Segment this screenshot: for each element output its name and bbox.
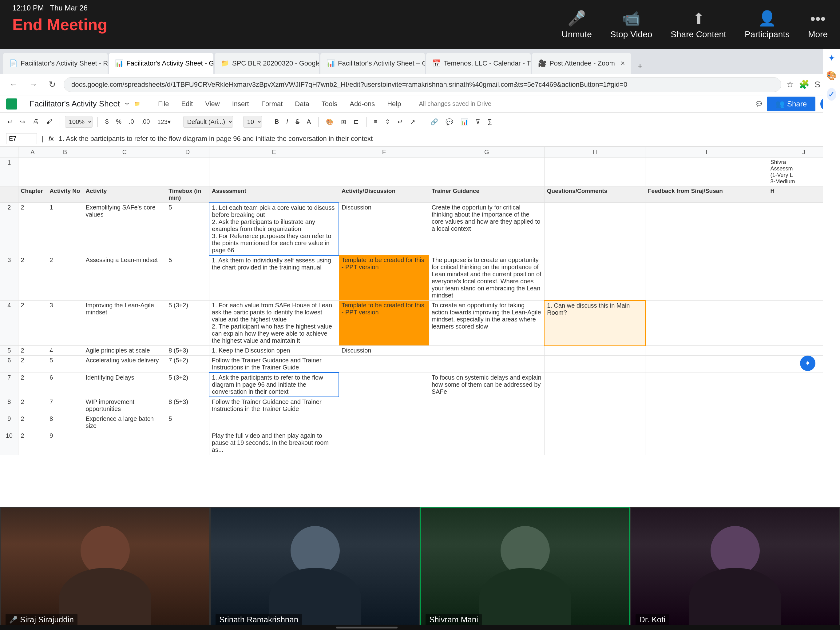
cell-chapter-4[interactable]: 2: [18, 301, 47, 346]
bold-button[interactable]: B: [272, 117, 281, 127]
browser-tab-5[interactable]: 📅 Temenos, LLC - Calendar - Th... ✕: [426, 53, 531, 74]
cell-feedback-7[interactable]: [645, 372, 768, 397]
cell-feedback-6[interactable]: [645, 356, 768, 373]
cell-actno-10[interactable]: 9: [47, 431, 83, 455]
col-activity-disc[interactable]: Activity/Discussion: [339, 187, 429, 203]
cell-h1[interactable]: [544, 158, 645, 187]
cell-c1[interactable]: [83, 158, 166, 187]
cell-feedback-4[interactable]: [645, 301, 768, 346]
strikethrough-button[interactable]: S̶: [293, 117, 302, 127]
cell-questions-5[interactable]: [544, 346, 645, 356]
cell-b1[interactable]: [47, 158, 83, 187]
merge-cells-button[interactable]: ⊏: [351, 117, 361, 127]
bookmark-icon[interactable]: ☆: [786, 79, 794, 90]
unmute-control[interactable]: 🎤 Unmute: [562, 10, 592, 40]
cell-chapter-5[interactable]: 2: [18, 346, 47, 356]
col-header-i[interactable]: I: [645, 147, 768, 158]
cell-timebox-8[interactable]: 8 (5+3): [166, 397, 209, 414]
col-timebox[interactable]: Timebox (in min): [166, 187, 209, 203]
new-tab-button[interactable]: +: [632, 59, 648, 74]
back-button[interactable]: ←: [6, 78, 21, 91]
cell-assessment-4[interactable]: 1. For each value from SAFe House of Lea…: [209, 301, 339, 346]
comment-icon[interactable]: 💬: [756, 101, 762, 107]
extensions-icon[interactable]: 🧩: [799, 79, 810, 90]
cell-feedback-3[interactable]: [645, 255, 768, 301]
cell-chapter-2[interactable]: 2: [18, 203, 47, 255]
cell-activity-6[interactable]: Accelerating value delivery: [83, 356, 166, 373]
undo-button[interactable]: ↩: [5, 117, 15, 127]
col-activity-no[interactable]: Activity No: [47, 187, 83, 203]
function-button[interactable]: ∑: [485, 117, 494, 127]
col-header-b[interactable]: B: [47, 147, 83, 158]
cell-disc-8[interactable]: [339, 397, 429, 414]
currency-button[interactable]: $: [103, 117, 111, 127]
cell-timebox-3[interactable]: 5: [166, 255, 209, 301]
cell-questions-6[interactable]: [544, 356, 645, 373]
col-feedback[interactable]: Feedback from Siraj/Susan: [645, 187, 768, 203]
cell-assessment-2[interactable]: 1. Let each team pick a core value to di…: [209, 203, 339, 255]
cell-disc-9[interactable]: [339, 414, 429, 431]
fill-color-button[interactable]: 🎨: [324, 117, 336, 127]
cell-questions-4[interactable]: 1. Can we discuss this in Main Room?: [544, 301, 645, 346]
cell-timebox-5[interactable]: 8 (5+3): [166, 346, 209, 356]
valign-button[interactable]: ⇕: [382, 117, 393, 127]
cell-guidance-2[interactable]: Create the opportunity for critical thin…: [429, 203, 544, 255]
cell-activity-2[interactable]: Exemplifying SAFe's core values: [83, 203, 166, 255]
cell-chapter-7[interactable]: 2: [18, 372, 47, 397]
decrease-decimals-button[interactable]: .0: [126, 117, 136, 127]
star-icon[interactable]: ☆: [125, 101, 129, 107]
cell-questions-10[interactable]: [544, 431, 645, 455]
col-chapter[interactable]: Chapter: [18, 187, 47, 203]
cell-feedback-10[interactable]: [645, 431, 768, 455]
sidebar-explore-icon[interactable]: ✦: [828, 53, 835, 63]
text-color-button[interactable]: A: [305, 117, 313, 127]
menu-tools[interactable]: Tools: [319, 99, 340, 109]
browser-tab-1[interactable]: 📄 Facilitator's Activity Sheet - R... ✕: [3, 53, 107, 74]
cell-feedback-5[interactable]: [645, 346, 768, 356]
cell-chapter-8[interactable]: 2: [18, 397, 47, 414]
cell-chapter-6[interactable]: 2: [18, 356, 47, 373]
cell-assessment-5[interactable]: 1. Keep the Discussion open: [209, 346, 339, 356]
cell-timebox-7[interactable]: 5 (3+2): [166, 372, 209, 397]
cell-activity-3[interactable]: Assessing a Lean-mindset: [83, 255, 166, 301]
cell-timebox-4[interactable]: 5 (3+2): [166, 301, 209, 346]
link-button[interactable]: 🔗: [428, 117, 441, 127]
cell-feedback-9[interactable]: [645, 414, 768, 431]
cell-actno-8[interactable]: 7: [47, 397, 83, 414]
cell-actno-4[interactable]: 3: [47, 301, 83, 346]
italic-button[interactable]: I: [284, 117, 291, 127]
cell-g1[interactable]: [429, 158, 544, 187]
cell-activity-10[interactable]: [83, 431, 166, 455]
tab6-close[interactable]: ✕: [621, 60, 625, 67]
col-activity[interactable]: Activity: [83, 187, 166, 203]
scrollbar-thumb[interactable]: [336, 627, 398, 628]
menu-format[interactable]: Format: [259, 99, 285, 109]
cell-activity-9[interactable]: Experience a large batch size: [83, 414, 166, 431]
menu-view[interactable]: View: [203, 99, 222, 109]
cell-actno-5[interactable]: 4: [47, 346, 83, 356]
cell-actno-3[interactable]: 2: [47, 255, 83, 301]
menu-addons[interactable]: Add-ons: [347, 99, 377, 109]
cell-actno-2[interactable]: 1: [47, 203, 83, 255]
cell-questions-8[interactable]: [544, 397, 645, 414]
cell-disc-3[interactable]: Template to be created for this - PPT ve…: [339, 255, 429, 301]
cell-disc-7[interactable]: [339, 372, 429, 397]
col-header-g[interactable]: G: [429, 147, 544, 158]
cell-questions-3[interactable]: [544, 255, 645, 301]
align-button[interactable]: ≡: [371, 117, 380, 127]
cell-disc-2[interactable]: Discussion: [339, 203, 429, 255]
font-size-select[interactable]: 10: [243, 116, 262, 128]
forward-button[interactable]: →: [26, 78, 41, 91]
cell-activity-7[interactable]: Identifying Delays: [83, 372, 166, 397]
comment-tb-button[interactable]: 💬: [443, 117, 456, 127]
more-formats-button[interactable]: 123▾: [155, 117, 173, 127]
cell-a1[interactable]: [18, 158, 47, 187]
col-assessment[interactable]: Assessment: [209, 187, 339, 203]
col-header-c[interactable]: C: [83, 147, 166, 158]
font-family-select[interactable]: Default (Ari...): [183, 116, 233, 128]
address-input[interactable]: [64, 77, 781, 92]
profile-icon[interactable]: S: [815, 80, 820, 90]
cell-assessment-10[interactable]: Play the full video and then play again …: [209, 431, 339, 455]
cell-assessment-9[interactable]: [209, 414, 339, 431]
cell-guidance-4[interactable]: To create an opportunity for taking acti…: [429, 301, 544, 346]
